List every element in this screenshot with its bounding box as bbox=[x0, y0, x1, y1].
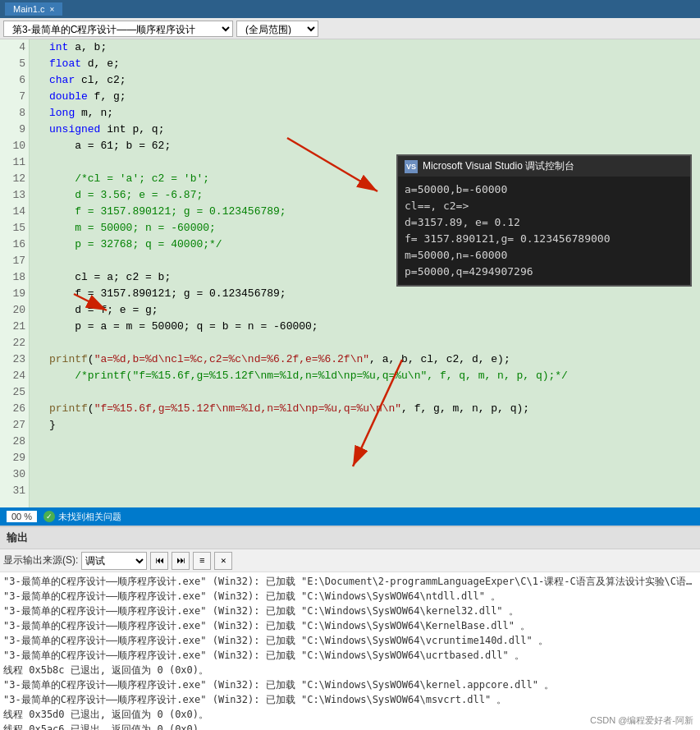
vs-icon: VS bbox=[405, 160, 418, 173]
line-number: 23 bbox=[0, 351, 25, 368]
output-line: "3-最简单的C程序设计——顺序程序设计.exe" (Win32): 已加载 "… bbox=[3, 589, 697, 604]
issue-icon: ✓ bbox=[43, 511, 55, 522]
code-line: d = f; e = g; bbox=[49, 302, 700, 319]
output-line: "3-最简单的C程序设计——顺序程序设计.exe" (Win32): 已加载 "… bbox=[3, 633, 697, 648]
output-line: "3-最简单的C程序设计——顺序程序设计.exe" (Win32): 已加载 "… bbox=[3, 692, 697, 707]
status-left: 00 % ✓ 未找到相关问题 bbox=[7, 511, 121, 523]
output-line: "3-最简单的C程序设计——顺序程序设计.exe" (Win32): 已加载 "… bbox=[3, 618, 697, 633]
code-line: int a, b; bbox=[49, 39, 700, 56]
line-number: 11 bbox=[0, 154, 25, 171]
line-number: 29 bbox=[0, 450, 25, 466]
line-number: 21 bbox=[0, 319, 25, 335]
line-number: 24 bbox=[0, 368, 25, 384]
output-source-select[interactable]: 调试 bbox=[81, 552, 147, 570]
tab-label: Main1.c bbox=[13, 4, 45, 14]
line-number: 16 bbox=[0, 236, 25, 253]
line-number: 4 bbox=[0, 39, 25, 56]
editor-container: 4567891011121314151617181920212223242526… bbox=[0, 39, 700, 507]
output-line: "3-最简单的C程序设计——顺序程序设计.exe" (Win32): 已加载 "… bbox=[3, 648, 697, 663]
code-line: /*printf("f=%15.6f,g=%15.12f\nm=%ld,n=%l… bbox=[49, 368, 700, 384]
code-line bbox=[49, 434, 700, 450]
line-number: 7 bbox=[0, 89, 25, 105]
status-bar: 00 % ✓ 未找到相关问题 bbox=[0, 507, 700, 526]
issue-text: 未找到相关问题 bbox=[58, 511, 121, 523]
output-header: 输出 bbox=[0, 527, 700, 549]
editor-tab[interactable]: Main1.c × bbox=[5, 2, 62, 16]
code-line: printf("a=%d,b=%d\ncl=%c,c2=%c\nd=%6.2f,… bbox=[49, 351, 700, 368]
debug-console: VS Microsoft Visual Studio 调试控制台 a=50000… bbox=[396, 154, 692, 287]
code-line: printf("f=%15.6f,g=%15.12f\nm=%ld,n=%ld\… bbox=[49, 401, 700, 417]
output-btn-2[interactable]: ⏭ bbox=[172, 552, 190, 570]
debug-line: p=50000,q=4294907296 bbox=[405, 264, 684, 280]
output-line: "3-最简单的C程序设计——顺序程序设计.exe" (Win32): 已加载 "… bbox=[3, 677, 697, 692]
output-line: "3-最简单的C程序设计——顺序程序设计.exe" (Win32): 已加载 "… bbox=[3, 604, 697, 618]
code-line bbox=[49, 483, 700, 499]
output-line: 线程 0x5b8c 已退出, 返回值为 0 (0x0)。 bbox=[3, 663, 697, 677]
line-number: 19 bbox=[0, 286, 25, 302]
code-line bbox=[49, 466, 700, 483]
line-number: 6 bbox=[0, 72, 25, 89]
line-number: 18 bbox=[0, 269, 25, 286]
code-line: p = a = m = 50000; q = b = n = -60000; bbox=[49, 319, 700, 335]
line-number: 28 bbox=[0, 434, 25, 450]
output-line: "3-最简单的C程序设计——顺序程序设计.exe" (Win32): 已加载 "… bbox=[3, 574, 697, 589]
line-number: 17 bbox=[0, 253, 25, 269]
file-dropdown[interactable]: 第3-最简单的C程序设计——顺序程序设计 bbox=[3, 21, 233, 37]
line-number: 22 bbox=[0, 335, 25, 351]
debug-console-header: VS Microsoft Visual Studio 调试控制台 bbox=[398, 156, 690, 177]
line-number: 5 bbox=[0, 56, 25, 72]
line-number: 30 bbox=[0, 466, 25, 483]
code-line bbox=[49, 384, 700, 401]
line-number: 8 bbox=[0, 105, 25, 122]
line-number: 20 bbox=[0, 302, 25, 319]
line-number: 27 bbox=[0, 417, 25, 434]
code-line: float d, e; bbox=[49, 56, 700, 72]
title-bar: Main1.c × bbox=[0, 0, 700, 18]
code-line: a = 61; b = 62; bbox=[49, 138, 700, 154]
close-tab-button[interactable]: × bbox=[50, 5, 55, 14]
debug-line: cl==, c2=> bbox=[405, 198, 684, 214]
code-line: long m, n; bbox=[49, 105, 700, 122]
line-number: 9 bbox=[0, 122, 25, 138]
toolbar: 第3-最简单的C程序设计——顺序程序设计 (全局范围) bbox=[0, 18, 700, 39]
output-source-label: 显示输出来源(S): bbox=[3, 553, 78, 567]
no-issues: ✓ 未找到相关问题 bbox=[43, 511, 121, 523]
line-number: 25 bbox=[0, 384, 25, 401]
code-line bbox=[49, 450, 700, 466]
scope-dropdown[interactable]: (全局范围) bbox=[236, 21, 318, 37]
line-number: 14 bbox=[0, 204, 25, 220]
line-number: 31 bbox=[0, 483, 25, 499]
code-line: unsigned int p, q; bbox=[49, 122, 700, 138]
debug-line: m=50000,n=-60000 bbox=[405, 247, 684, 264]
line-number: 13 bbox=[0, 187, 25, 204]
debug-console-title: Microsoft Visual Studio 调试控制台 bbox=[423, 159, 574, 173]
watermark: CSDN @编程爱好者-阿新 bbox=[590, 714, 693, 727]
debug-console-body: a=50000,b=-60000cl==, c2=>d=3157.89, e= … bbox=[398, 177, 690, 285]
output-panel: 输出 显示输出来源(S): 调试 ⏮ ⏭ ≡ ✕ "3-最简单的C程序设计——顺… bbox=[0, 526, 700, 730]
output-btn-1[interactable]: ⏮ bbox=[150, 552, 168, 570]
line-number: 15 bbox=[0, 220, 25, 236]
output-toolbar: 显示输出来源(S): 调试 ⏮ ⏭ ≡ ✕ bbox=[0, 549, 700, 572]
debug-line: d=3157.89, e= 0.12 bbox=[405, 214, 684, 231]
line-numbers: 4567891011121314151617181920212223242526… bbox=[0, 39, 30, 507]
line-number: 12 bbox=[0, 171, 25, 187]
code-line: } bbox=[49, 417, 700, 434]
output-content: "3-最简单的C程序设计——顺序程序设计.exe" (Win32): 已加载 "… bbox=[0, 572, 700, 730]
debug-line: f= 3157.890121,g= 0.123456789000 bbox=[405, 231, 684, 247]
line-number: 10 bbox=[0, 138, 25, 154]
line-number: 26 bbox=[0, 401, 25, 417]
output-btn-3[interactable]: ≡ bbox=[193, 552, 211, 570]
debug-line: a=50000,b=-60000 bbox=[405, 181, 684, 198]
code-line: double f, g; bbox=[49, 89, 700, 105]
code-line bbox=[49, 335, 700, 351]
code-line: char cl, c2; bbox=[49, 72, 700, 89]
code-line: f = 3157.890121; g = 0.123456789; bbox=[49, 286, 700, 302]
output-btn-4[interactable]: ✕ bbox=[214, 552, 232, 570]
breakpoint-area bbox=[30, 39, 43, 507]
zoom-level[interactable]: 00 % bbox=[7, 511, 37, 522]
